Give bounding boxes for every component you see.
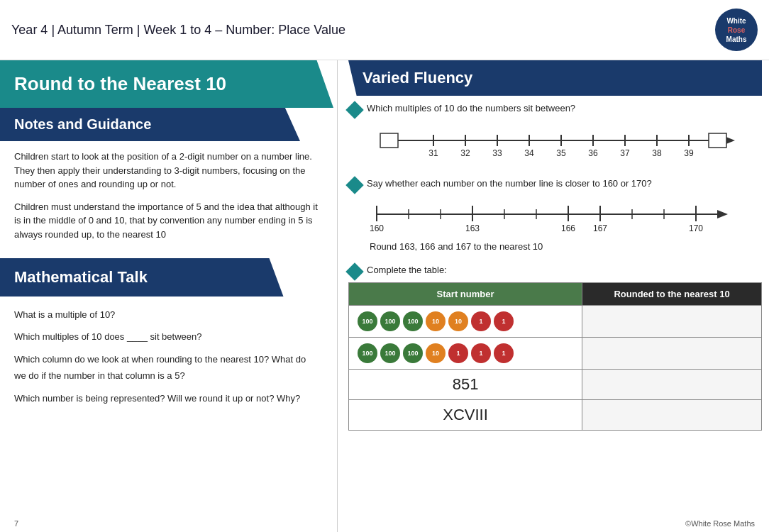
vf1-text: Which multiples of 10 do the numbers sit… (367, 103, 575, 113)
svg-text:170: 170 (689, 223, 703, 233)
svg-text:33: 33 (492, 148, 502, 158)
empty-cell-3 (582, 370, 762, 400)
math-talk-body: What is a multiple of 10? Which multiple… (0, 297, 333, 422)
math-q1: What is a multiple of 10? (14, 306, 319, 323)
chip: 100 (403, 311, 423, 331)
notes-body: Children start to look at the position o… (0, 141, 333, 258)
chip: 1 (471, 343, 491, 363)
logo-line2: Rose (728, 26, 745, 35)
chip: 100 (380, 343, 400, 363)
table-row-chips2: 10010010010111 (349, 338, 762, 370)
empty-cell-4 (582, 400, 762, 431)
vf-item-3: Complete the table: Start number Rounded… (348, 265, 762, 431)
chip: 10 (426, 343, 446, 363)
teal-diamond-icon-3 (345, 262, 363, 280)
number-line-1: 313233343536373839 (348, 121, 762, 168)
chips-row-1: 100100100101011 (358, 311, 573, 331)
svg-rect-2 (380, 133, 398, 148)
svg-marker-23 (717, 210, 728, 218)
vf-item-1: Which multiples of 10 do the numbers sit… (348, 103, 762, 168)
table-row-851: 851 (349, 370, 762, 400)
chip: 100 (403, 343, 423, 363)
main-title: Round to the Nearest 10 (0, 60, 333, 108)
chip: 1 (494, 343, 514, 363)
table-row-xcviii: XCVIII (349, 400, 762, 431)
svg-rect-3 (709, 133, 726, 148)
chips-cell-2: 10010010010111 (349, 338, 582, 370)
logo-line1: White (726, 16, 746, 26)
table-header-2: Rounded to the nearest 10 (582, 283, 762, 306)
empty-cell-1 (582, 306, 762, 338)
svg-text:31: 31 (428, 148, 438, 158)
chip: 10 (448, 311, 468, 331)
svg-text:166: 166 (561, 223, 575, 233)
svg-text:32: 32 (460, 148, 470, 158)
nl1: 313233343536373839 (377, 125, 748, 164)
teal-diamond-icon-2 (345, 176, 363, 194)
svg-text:37: 37 (620, 148, 630, 158)
complete-table: Start number Rounded to the nearest 10 1… (348, 282, 762, 431)
notes-title: Notes and Guidance (0, 108, 300, 141)
chip: 100 (380, 311, 400, 331)
vf3-header: Complete the table: (348, 265, 762, 278)
vf1-header: Which multiples of 10 do the numbers sit… (348, 103, 762, 116)
svg-text:36: 36 (588, 148, 598, 158)
svg-text:167: 167 (593, 223, 607, 233)
notes-p1: Children start to look at the position o… (14, 150, 319, 192)
math-q2: Which multiples of 10 does ____ sit betw… (14, 328, 319, 345)
logo-line3: Maths (726, 35, 747, 44)
right-column: Varied Fluency Which multiples of 10 do … (341, 60, 769, 532)
table-row-chips1: 100100100101011 (349, 306, 762, 338)
svg-text:34: 34 (524, 148, 534, 158)
vf2-header: Say whether each number on the number li… (348, 178, 762, 192)
chip: 1 (448, 343, 468, 363)
chip: 1 (471, 311, 491, 331)
table-header-1: Start number (349, 283, 582, 306)
num-xcviii: XCVIII (349, 400, 582, 431)
teal-diamond-icon (345, 101, 363, 118)
svg-text:163: 163 (465, 223, 480, 233)
svg-text:35: 35 (556, 148, 566, 158)
svg-text:39: 39 (684, 148, 694, 158)
vf2-text: Say whether each number on the number li… (367, 178, 652, 189)
math-talk-title: Mathematical Talk (0, 258, 284, 297)
vf2-sub: Round 163, 166 and 167 to the nearest 10 (348, 240, 762, 255)
chip: 1 (494, 311, 514, 331)
chips-row-2: 10010010010111 (358, 343, 573, 363)
chips-cell-1: 100100100101011 (349, 306, 582, 338)
notes-p2: Children must understand the importance … (14, 200, 319, 242)
empty-cell-2 (582, 338, 762, 370)
left-column: Round to the Nearest 10 Notes and Guidan… (0, 60, 333, 532)
svg-text:38: 38 (652, 148, 662, 158)
svg-text:160: 160 (370, 223, 384, 233)
vf3-text: Complete the table: (367, 265, 447, 275)
math-q4: Which number is being represented? Will … (14, 390, 319, 406)
main-content: Round to the Nearest 10 Notes and Guidan… (0, 60, 769, 532)
chip: 10 (426, 311, 446, 331)
footer: 7 ©White Rose Maths (0, 519, 769, 528)
vf-item-2: Say whether each number on the number li… (348, 178, 762, 255)
num-851: 851 (349, 370, 582, 400)
chip: 100 (358, 343, 377, 363)
copyright: ©White Rose Maths (685, 519, 755, 528)
header-title: Year 4 | Autumn Term | Week 1 to 4 – Num… (11, 23, 345, 38)
column-divider (337, 60, 338, 532)
math-q3: Which column do we look at when rounding… (14, 351, 319, 384)
nl2-container: 160163166167170 (348, 196, 762, 240)
chip: 100 (358, 311, 377, 331)
varied-fluency-title: Varied Fluency (348, 60, 762, 96)
page-header: Year 4 | Autumn Term | Week 1 to 4 – Num… (0, 0, 769, 60)
page-number: 7 (14, 519, 18, 528)
logo: White Rose Maths (715, 9, 758, 51)
